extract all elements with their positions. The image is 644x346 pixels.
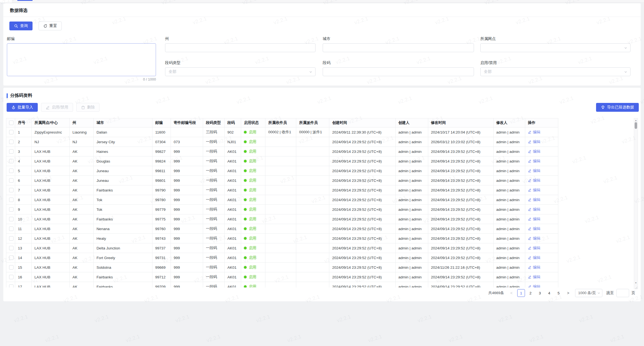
pagination-page-2[interactable]: 2 xyxy=(527,289,534,297)
cell-station: LAX HUB xyxy=(32,147,70,156)
row-checkbox[interactable] xyxy=(9,227,14,231)
edit-row-button[interactable]: 编辑 xyxy=(528,246,540,251)
scrollbar-up-arrow[interactable]: ▲ xyxy=(634,119,638,122)
section-title-text: 分拣码资料 xyxy=(10,93,32,99)
select-all-checkbox[interactable] xyxy=(9,121,14,125)
edit-row-button[interactable]: 编辑 xyxy=(528,149,540,154)
row-checkbox[interactable] xyxy=(9,284,14,288)
segment-type-select[interactable]: 全部 xyxy=(165,67,316,76)
row-checkbox[interactable] xyxy=(9,236,14,241)
search-button[interactable]: 查询 xyxy=(9,22,33,30)
status-dot-icon xyxy=(244,140,247,143)
station-select[interactable] xyxy=(480,43,630,52)
enabled-select[interactable]: 全部 xyxy=(480,67,630,76)
cell-sender_zip: 999 xyxy=(171,156,203,166)
batch-import-button[interactable]: 批量导入 xyxy=(7,103,38,112)
cell-seq: 2 xyxy=(15,137,32,147)
row-checkbox[interactable] xyxy=(9,265,14,270)
cell-created: 2024/09/14 23:29:52 (UTC+8) xyxy=(329,282,395,288)
cell-seq: 4 xyxy=(15,156,32,166)
cell-receiver xyxy=(265,205,296,214)
column-header: 修改人 xyxy=(494,118,525,127)
row-checkbox[interactable] xyxy=(9,178,14,183)
edit-row-button[interactable]: 编辑 xyxy=(528,265,540,270)
station-field-block: 所属网点 xyxy=(480,36,630,52)
row-checkbox[interactable] xyxy=(9,130,14,134)
row-checkbox[interactable] xyxy=(9,207,14,212)
cell-sender_zip: 999 xyxy=(171,147,203,156)
cell-seq: 3 xyxy=(15,147,32,156)
edit-row-button[interactable]: 编辑 xyxy=(528,168,540,173)
edit-row-button[interactable]: 编辑 xyxy=(528,217,540,222)
cell-zip: 99731 xyxy=(152,253,171,263)
zip-input[interactable] xyxy=(7,43,156,76)
cell-receiver xyxy=(265,243,296,253)
scrollbar-thumb[interactable] xyxy=(635,122,637,129)
cell-status: 启用 xyxy=(241,263,265,272)
state-input[interactable] xyxy=(165,43,316,52)
vertical-scrollbar[interactable]: ▲ ▼ xyxy=(634,118,638,289)
cell-type: 一段码 xyxy=(203,272,225,282)
edit-row-button[interactable]: 编辑 xyxy=(528,236,540,241)
jump-to-input[interactable] xyxy=(616,289,629,297)
edit-row-button[interactable]: 编辑 xyxy=(528,226,540,231)
row-checkbox[interactable] xyxy=(9,198,14,202)
pagination-next-button[interactable]: > xyxy=(565,291,572,295)
cell-station: LAX HUB xyxy=(32,263,70,272)
row-checkbox[interactable] xyxy=(9,140,14,144)
watermark: v2.2.1 xyxy=(448,334,464,344)
edit-row-button[interactable]: 编辑 xyxy=(528,188,540,193)
row-checkbox[interactable] xyxy=(9,275,14,279)
edit-row-button[interactable]: 编辑 xyxy=(528,178,540,183)
cell-modifier: admin | admin xyxy=(494,263,525,272)
row-checkbox[interactable] xyxy=(9,149,14,154)
edit-row-button[interactable]: 编辑 xyxy=(528,139,540,144)
cell-status: 启用 xyxy=(241,224,265,234)
cell-station: LAX HUB xyxy=(32,166,70,176)
export-filtered-button[interactable]: 导出已筛选数据 xyxy=(596,103,639,112)
edit-row-button[interactable]: 编辑 xyxy=(528,284,540,288)
pagination-page-5[interactable]: 5 xyxy=(555,289,562,297)
cell-actions: 编辑 xyxy=(525,166,558,176)
city-label: 城市 xyxy=(323,36,474,41)
edit-row-button[interactable]: 编辑 xyxy=(528,255,540,260)
row-checkbox[interactable] xyxy=(9,255,14,260)
column-header: 修改时间 xyxy=(428,118,494,127)
cell-type: 一段码 xyxy=(203,205,225,214)
pagination-prev-button[interactable]: < xyxy=(508,291,515,295)
table-row: 5LAX HUBAKJuneau99811999一段码AK01启用2024/09… xyxy=(6,166,558,176)
segment-input[interactable] xyxy=(323,67,474,76)
cell-station: NJ xyxy=(32,137,70,147)
cell-actions: 编辑 xyxy=(525,127,558,137)
cell-actions: 编辑 xyxy=(525,147,558,156)
page-size-select[interactable]: 1000 条/页 xyxy=(575,289,602,297)
row-checkbox[interactable] xyxy=(9,188,14,192)
batch-toggle-button[interactable]: 启用/禁用 xyxy=(41,103,73,112)
row-checkbox[interactable] xyxy=(9,217,14,221)
edit-row-button[interactable]: 编辑 xyxy=(528,207,540,212)
city-input[interactable] xyxy=(323,43,474,52)
edit-row-button[interactable]: 编辑 xyxy=(528,275,540,280)
row-checkbox[interactable] xyxy=(9,246,14,250)
column-header: 所属网点/中心 xyxy=(32,118,70,127)
row-checkbox[interactable] xyxy=(9,159,14,163)
cell-type: 一段码 xyxy=(203,214,225,224)
cell-station: LAX HUB xyxy=(32,195,70,205)
pagination-page-4[interactable]: 4 xyxy=(545,289,553,297)
pagination-page-3[interactable]: 3 xyxy=(536,289,544,297)
pagination-page-1[interactable]: 1 xyxy=(517,289,525,297)
row-checkbox[interactable] xyxy=(9,169,14,173)
reset-button[interactable]: 重置 xyxy=(39,22,62,30)
scrollbar-down-arrow[interactable]: ▼ xyxy=(634,282,638,284)
cell-code: AK01 xyxy=(225,272,241,282)
cell-type: 一段码 xyxy=(203,243,225,253)
cell-actions: 编辑 xyxy=(525,243,558,253)
edit-pencil-icon xyxy=(528,217,532,221)
edit-row-button[interactable]: 编辑 xyxy=(528,197,540,202)
edit-row-button[interactable]: 编辑 xyxy=(528,130,540,135)
edit-row-button[interactable]: 编辑 xyxy=(528,159,540,164)
cell-seq: 13 xyxy=(15,243,32,253)
cell-city: Dalian xyxy=(94,127,152,137)
cell-dispatcher xyxy=(296,234,329,243)
delete-button[interactable]: 删除 xyxy=(76,103,99,112)
